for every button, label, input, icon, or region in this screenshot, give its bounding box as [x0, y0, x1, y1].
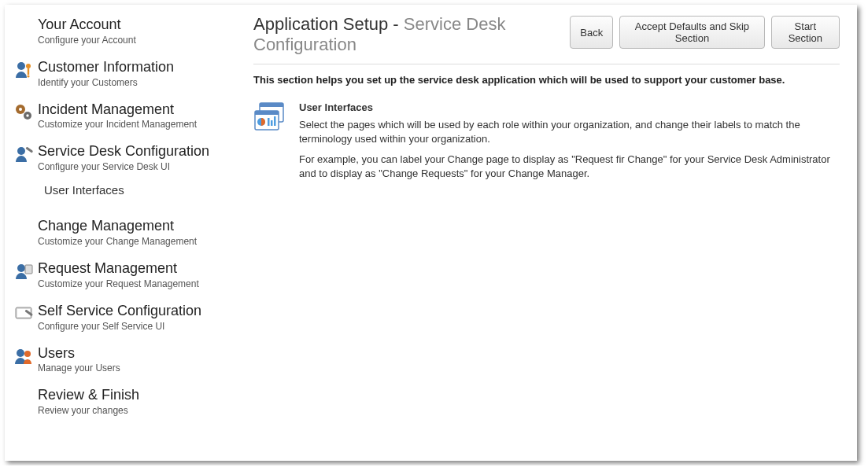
svg-rect-2	[28, 68, 29, 75]
svg-rect-20	[255, 111, 279, 115]
users-icon	[9, 346, 38, 366]
svg-rect-11	[25, 265, 32, 274]
sidebar-item-change[interactable]: Change Management Customize your Change …	[9, 215, 236, 253]
service-desk-icon	[9, 144, 38, 164]
svg-rect-24	[274, 116, 276, 126]
card-paragraph: Select the pages which will be used by e…	[299, 118, 840, 146]
header-row: Application Setup - Service Desk Configu…	[253, 14, 840, 64]
app-window: Your Account Configure your Account Cust…	[5, 5, 857, 461]
svg-rect-9	[25, 147, 33, 153]
sidebar-item-sub: Customize your Incident Management	[38, 119, 236, 130]
sidebar-item-customer[interactable]: Customer Information Identify your Custo…	[9, 57, 236, 94]
sidebar-item-sub: Review your changes	[38, 405, 236, 416]
card-title: User Interfaces	[299, 101, 840, 113]
sidebar-subitem-user-interfaces[interactable]: User Interfaces	[44, 183, 236, 197]
user-info-icon	[9, 60, 38, 80]
start-button[interactable]: Start Section	[771, 16, 840, 49]
sidebar-item-title: Incident Management	[38, 102, 236, 118]
skip-button[interactable]: Accept Defaults and Skip Section	[619, 16, 764, 49]
sidebar-item-sub: Identify your Customers	[38, 77, 236, 88]
card-body: User Interfaces Select the pages which w…	[299, 101, 840, 188]
svg-point-16	[24, 351, 31, 357]
svg-point-3	[27, 75, 29, 77]
sidebar-item-sub: Customize your Request Management	[38, 278, 236, 289]
gears-icon	[9, 102, 38, 123]
sidebar-item-account[interactable]: Your Account Configure your Account	[9, 14, 236, 52]
sidebar: Your Account Configure your Account Cust…	[5, 5, 241, 461]
card-user-interfaces: User Interfaces Select the pages which w…	[253, 101, 840, 188]
main-content: Application Setup - Service Desk Configu…	[241, 5, 857, 461]
svg-point-1	[26, 64, 31, 68]
sidebar-item-sub: Configure your Self Service UI	[38, 321, 236, 332]
sidebar-item-incident[interactable]: Incident Management Customize your Incid…	[9, 99, 236, 137]
svg-rect-23	[271, 120, 273, 126]
svg-point-0	[17, 62, 25, 70]
svg-point-8	[17, 147, 25, 155]
windows-icon	[253, 101, 288, 188]
sidebar-item-title: Service Desk Configuration	[38, 144, 236, 160]
svg-point-7	[26, 114, 28, 116]
card-paragraph: For example, you can label your Change p…	[299, 153, 840, 181]
sidebar-item-title: Change Management	[38, 219, 236, 234]
sidebar-item-title: Review & Finish	[38, 388, 236, 403]
svg-point-10	[17, 264, 25, 272]
sidebar-item-review[interactable]: Review & Finish Review your changes	[9, 385, 236, 422]
svg-point-5	[19, 108, 22, 111]
sidebar-item-sub: Configure your Service Desk UI	[38, 161, 236, 172]
sidebar-item-title: Request Management	[38, 261, 236, 277]
sidebar-item-selfservice[interactable]: Self Service Configuration Configure you…	[9, 300, 236, 338]
intro-text: This section helps you set up the servic…	[253, 74, 840, 86]
page-title: Application Setup - Service Desk Configu…	[253, 14, 570, 56]
svg-point-15	[17, 349, 24, 357]
sidebar-item-users[interactable]: Users Manage your Users	[9, 343, 236, 381]
svg-rect-22	[268, 118, 270, 126]
request-icon	[9, 261, 38, 281]
sidebar-item-title: Users	[38, 346, 236, 362]
sidebar-item-sub: Configure your Account	[38, 35, 236, 46]
sidebar-item-sub: Manage your Users	[38, 362, 236, 373]
sidebar-item-title: Customer Information	[38, 60, 236, 75]
sidebar-item-request[interactable]: Request Management Customize your Reques…	[9, 258, 236, 296]
back-button[interactable]: Back	[570, 16, 613, 49]
button-row: Back Accept Defaults and Skip Section St…	[570, 16, 840, 49]
title-prefix: Application Setup -	[253, 14, 404, 34]
sidebar-item-sub: Customize your Change Management	[38, 236, 236, 247]
sidebar-item-title: Your Account	[38, 17, 236, 33]
svg-rect-18	[260, 103, 283, 107]
self-service-icon	[9, 304, 38, 324]
sidebar-item-title: Self Service Configuration	[38, 304, 236, 319]
sidebar-item-servicedesk[interactable]: Service Desk Configuration Configure you…	[9, 141, 236, 178]
